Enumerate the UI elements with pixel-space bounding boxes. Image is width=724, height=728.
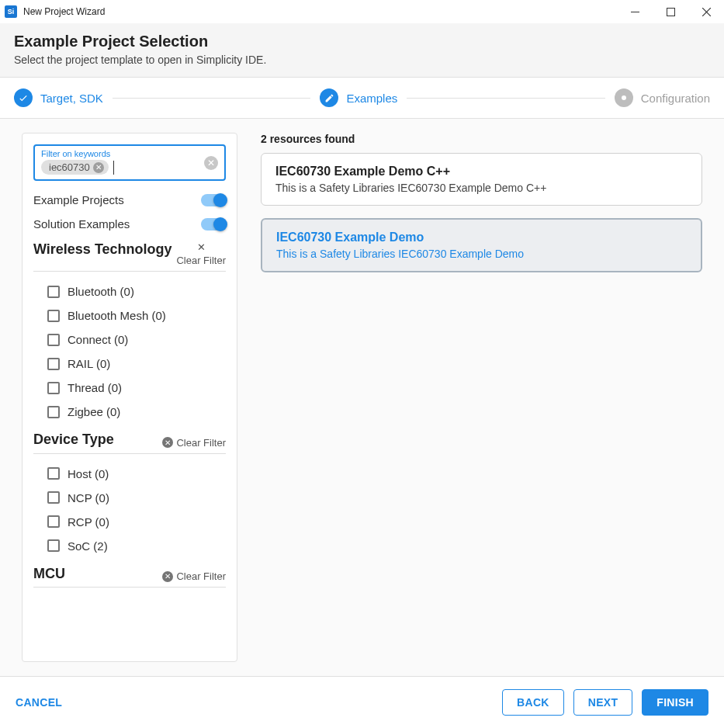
filter-title: MCU	[33, 566, 65, 583]
toggle-solution-examples: Solution Examples	[33, 217, 226, 231]
titlebar: Si New Project Wizard	[0, 0, 724, 23]
result-title: IEC60730 Example Demo C++	[275, 165, 688, 179]
step-divider	[407, 98, 605, 99]
result-card-selected[interactable]: IEC60730 Example Demo This is a Safety L…	[261, 218, 702, 272]
text-cursor	[113, 161, 114, 175]
checkbox-icon	[47, 358, 60, 370]
filter-option[interactable]: Thread (0)	[33, 376, 226, 400]
svg-point-4	[622, 95, 626, 100]
filter-option-label: SoC (2)	[68, 539, 108, 553]
maximize-button[interactable]	[653, 0, 688, 23]
clear-icon: ✕	[162, 571, 173, 582]
filter-option[interactable]: Zigbee (0)	[33, 400, 226, 424]
minimize-button[interactable]	[617, 0, 653, 23]
checkbox-icon	[47, 310, 60, 322]
filter-option-label: Bluetooth (0)	[68, 285, 134, 298]
toggle-example-projects: Example Projects	[33, 193, 226, 206]
result-description: This is a Safety Libraries IEC60730 Exam…	[275, 182, 688, 194]
filter-title: Wireless Technology	[33, 241, 172, 258]
page-subtitle: Select the project template to open in S…	[14, 54, 710, 66]
filter-option[interactable]: RCP (0)	[33, 510, 226, 534]
clear-filter-button[interactable]: ✕ Clear Filter	[162, 437, 226, 449]
clear-search-icon[interactable]: ✕	[204, 156, 218, 170]
step-label: Configuration	[641, 92, 710, 105]
clear-icon: ✕	[162, 437, 173, 448]
checkbox-icon	[47, 286, 60, 298]
filter-option[interactable]: RAIL (0)	[33, 352, 226, 376]
result-title: IEC60730 Example Demo	[276, 231, 687, 244]
dot-icon	[615, 88, 633, 107]
clear-filter-label: Clear Filter	[176, 570, 226, 582]
filter-option-label: Zigbee (0)	[68, 405, 120, 418]
filter-option[interactable]: SoC (2)	[33, 534, 226, 558]
wizard-footer: CANCEL BACK NEXT FINISH	[0, 676, 724, 728]
content-area: Filter on keywords iec60730 ✕ ✕ Example …	[0, 119, 724, 676]
result-description: This is a Safety Libraries IEC60730 Exam…	[276, 248, 687, 260]
filter-option-label: RCP (0)	[68, 515, 109, 529]
app-icon: Si	[5, 5, 17, 18]
results-panel: 2 resources found IEC60730 Example Demo …	[261, 133, 702, 662]
pencil-icon	[320, 88, 338, 107]
svg-rect-1	[667, 8, 674, 16]
filter-chip[interactable]: iec60730 ✕	[41, 160, 109, 175]
filter-option-label: Host (0)	[68, 467, 109, 480]
next-button[interactable]: NEXT	[573, 689, 633, 716]
checkbox-icon	[47, 491, 60, 504]
filter-option[interactable]: Bluetooth (0)	[33, 279, 226, 303]
filter-option-label: RAIL (0)	[68, 357, 110, 370]
filter-option[interactable]: Host (0)	[33, 462, 226, 486]
page-header: Example Project Selection Select the pro…	[0, 23, 724, 78]
keyword-filter-input[interactable]: Filter on keywords iec60730 ✕ ✕	[33, 144, 226, 181]
check-icon	[14, 88, 33, 107]
filter-option[interactable]: Connect (0)	[33, 328, 226, 352]
toggle-switch[interactable]	[201, 194, 226, 206]
filter-option[interactable]: NCP (0)	[33, 486, 226, 510]
filter-sidebar: Filter on keywords iec60730 ✕ ✕ Example …	[22, 133, 237, 662]
step-examples[interactable]: Examples	[320, 88, 397, 107]
filter-option-label: Connect (0)	[68, 333, 128, 346]
step-target-sdk[interactable]: Target, SDK	[14, 88, 103, 107]
step-divider	[113, 98, 311, 99]
checkbox-icon	[47, 467, 60, 480]
checkbox-icon	[47, 406, 60, 418]
filter-title: Device Type	[33, 432, 114, 449]
checkbox-icon	[47, 382, 60, 394]
result-card[interactable]: IEC60730 Example Demo C++ This is a Safe…	[261, 153, 702, 206]
toggle-label: Solution Examples	[33, 217, 130, 231]
chip-text: iec60730	[49, 161, 90, 173]
clear-filter-button[interactable]: ✕ Clear Filter	[162, 570, 226, 582]
filter-section-wireless: Wireless Technology ✕ Clear Filter Bluet…	[33, 241, 226, 424]
step-label: Target, SDK	[40, 92, 103, 105]
checkbox-icon	[47, 515, 60, 528]
clear-filter-label: Clear Filter	[176, 437, 226, 449]
filter-section-mcu: MCU ✕ Clear Filter	[33, 566, 226, 588]
clear-icon: ✕	[197, 241, 206, 253]
step-label: Examples	[346, 92, 397, 105]
filter-option[interactable]: Bluetooth Mesh (0)	[33, 303, 226, 328]
filter-option-label: NCP (0)	[68, 491, 109, 504]
clear-filter-label: Clear Filter	[176, 255, 226, 266]
chip-remove-icon[interactable]: ✕	[93, 162, 104, 173]
results-count: 2 resources found	[261, 133, 702, 145]
filter-option-label: Thread (0)	[68, 381, 122, 394]
clear-filter-button[interactable]: ✕ Clear Filter	[176, 241, 226, 266]
step-configuration: Configuration	[615, 88, 710, 107]
cancel-button[interactable]: CANCEL	[16, 696, 62, 709]
window-title: New Project Wizard	[23, 6, 105, 17]
toggle-label: Example Projects	[33, 193, 124, 206]
checkbox-icon	[47, 539, 60, 552]
toggle-switch[interactable]	[201, 218, 226, 231]
search-label: Filter on keywords	[41, 149, 218, 158]
filter-option-label: Bluetooth Mesh (0)	[68, 309, 166, 322]
finish-button[interactable]: FINISH	[642, 689, 708, 716]
back-button[interactable]: BACK	[502, 689, 564, 716]
stepper: Target, SDK Examples Configuration	[0, 78, 724, 119]
page-title: Example Project Selection	[14, 33, 710, 50]
filter-section-device: Device Type ✕ Clear Filter Host (0) NCP …	[33, 432, 226, 558]
close-button[interactable]	[688, 0, 724, 23]
checkbox-icon	[47, 334, 60, 346]
